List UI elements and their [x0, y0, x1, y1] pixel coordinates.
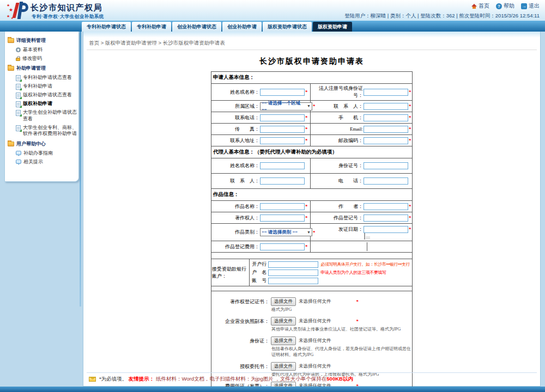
upload-label: 身份证： — [211, 338, 269, 345]
agent-phone-input[interactable] — [364, 177, 408, 185]
sidebar-item-label: 版权补助申请 — [23, 101, 52, 107]
main-area: 详细资料管理 基本资料 修改密码 补助申请管理 专利补助申请状态查看 专利补助申… — [0, 32, 545, 387]
phone-input[interactable] — [260, 114, 305, 121]
account-name-input[interactable] — [268, 270, 318, 276]
chat-icon — [16, 151, 21, 155]
upload-group-certificate: 著作权登记证书：选择文件未选择任何文件* 格式为JPG — [211, 297, 412, 313]
account-no-input[interactable] — [268, 278, 318, 284]
account-name-hint: 申请人类别为个人的这三项不要填写 — [320, 270, 386, 275]
sidebar-item-patent-apply[interactable]: 专利补助申请 — [8, 82, 77, 91]
required-mark: * — [305, 126, 308, 132]
required-mark: * — [409, 115, 411, 120]
required-mark: * — [305, 204, 308, 209]
sidebar-item-guide[interactable]: 补助办事指南 — [8, 149, 77, 158]
email-input[interactable] — [364, 126, 408, 133]
top-nav: 首页 ? 帮助 → 退出 — [471, 2, 540, 10]
main-tabs: 专利补助申请状态 专利补助申请 创业补助申请状态 创业补助申请 版权资助申请状态… — [82, 22, 352, 32]
issue-date-input[interactable] — [364, 226, 408, 233]
chat-icon — [16, 160, 21, 164]
tab-patent-apply[interactable]: 专利补助申请 — [132, 22, 171, 32]
choose-file-button[interactable]: 选择文件 — [271, 297, 296, 306]
field-label: 著作权人： — [211, 215, 259, 222]
field-label: 法人注册号或身份证号： — [311, 85, 363, 99]
section-title: 代理人基本信息： — [213, 149, 255, 155]
registration-no-input[interactable] — [364, 215, 408, 222]
breadcrumb[interactable]: 首页 > 版权申请资助申请管理 > 长沙市版权申请资助申请表 — [83, 38, 540, 49]
mobile-input[interactable] — [364, 114, 408, 121]
agent-contact-input[interactable] — [260, 177, 305, 185]
bottom-bar — [0, 387, 545, 392]
field-label: 作品名称： — [211, 203, 259, 210]
sidebar-item-student-startup-status[interactable]: 大学生创业补助申请状态查看 — [8, 108, 77, 123]
region-select[interactable]: == 请选择一个区域 ==▼ — [260, 102, 312, 111]
choose-file-button[interactable]: 选择文件 — [271, 362, 296, 371]
upload-hint: 包括著作权人身份证、代理人身份证，若无身份证请上传户籍证明或居住证明材料。格式为… — [271, 346, 412, 358]
sidebar-item-student-startup-apply[interactable]: 大学生创业专利、商标、软件著作权费用补助申请 — [8, 124, 77, 138]
required-mark: * — [305, 138, 308, 143]
author-input[interactable] — [364, 203, 408, 210]
contact-person-input[interactable] — [364, 103, 408, 110]
required-mark: * — [409, 138, 411, 143]
document-icon — [16, 125, 21, 131]
logout-link[interactable]: → 退出 — [521, 2, 540, 10]
sidebar-section-profile[interactable]: 详细资料管理 — [8, 37, 77, 44]
no-file-text: 未选择任何文件 — [299, 298, 331, 305]
sidebar-item-copyright-apply[interactable]: 版权补助申请 — [8, 100, 77, 108]
legal-id-input[interactable] — [364, 89, 408, 96]
sidebar-item-copyright-status-view[interactable]: 版权补助申请状态查看 — [8, 91, 77, 100]
content-panel: 首页 > 版权申请资助申请管理 > 长沙市版权申请资助申请表 长沙市版权申请资助… — [83, 32, 541, 387]
required-note: *为必填项。 — [99, 376, 127, 382]
sidebar-item-change-password[interactable]: 修改密码 — [8, 54, 77, 63]
sidebar-item-label: 相关提示 — [23, 159, 43, 166]
agent-name-input[interactable] — [260, 162, 305, 169]
bank-branch-label: 开户行 — [252, 261, 266, 268]
upload-hint: 格式为JPG — [271, 307, 412, 313]
account-no-label: 账 号 — [252, 277, 266, 284]
agent-id-input[interactable] — [364, 162, 408, 169]
chevron-down-icon: ▼ — [307, 230, 311, 235]
field-label: 联系电话： — [211, 114, 259, 121]
tab-startup-apply[interactable]: 创业补助申请 — [222, 22, 262, 32]
help-link[interactable]: ? 帮助 — [496, 2, 514, 10]
field-label: 身份证号： — [311, 162, 363, 169]
required-mark: * — [409, 204, 411, 209]
bank-branch-input[interactable] — [268, 261, 318, 268]
registration-fee-input[interactable] — [260, 243, 305, 250]
no-file-text: 未选择任何文件 — [299, 363, 331, 370]
tab-patent-status[interactable]: 专利补助申请状态 — [82, 22, 131, 32]
sidebar-section-help[interactable]: 用户帮助中心 — [8, 140, 77, 148]
org-title: 长沙市知识产权局 — [31, 3, 102, 13]
applicant-name-input[interactable] — [260, 89, 305, 96]
no-file-text: 未选择任何文件 — [299, 338, 331, 344]
required-mark: * — [409, 215, 411, 220]
contact-address-input[interactable] — [260, 137, 305, 144]
choose-file-button[interactable]: 选择文件 — [271, 317, 296, 326]
sidebar-item-tips[interactable]: 相关提示 — [8, 158, 77, 167]
table-row: 著作权人：* 作品登记号：* — [211, 212, 412, 224]
postcode-input[interactable] — [364, 137, 408, 144]
sidebar-section-subsidy[interactable]: 补助申请管理 — [8, 65, 77, 72]
sidebar-item-basic-info[interactable]: 基本资料 — [8, 46, 77, 54]
help-link-label: 帮助 — [504, 2, 514, 10]
tab-copyright-status[interactable]: 版权资助申请状态 — [263, 22, 312, 32]
choose-file-button[interactable]: 选择文件 — [271, 336, 296, 345]
work-category-value: == 请选择类别 == — [262, 229, 298, 236]
bank-branch-hint: 必须写明具体开户支行。如：长沙市•••银行•••支行 — [320, 261, 410, 267]
star-icon: ★ — [9, 8, 13, 12]
field-label: Email: — [311, 126, 363, 132]
field-label: 电 话： — [311, 177, 363, 185]
tab-startup-status[interactable]: 创业补助申请状态 — [172, 22, 221, 32]
sidebar-item-patent-status-view[interactable]: 专利补助申请状态查看 — [8, 74, 77, 82]
fax-input[interactable] — [260, 126, 305, 133]
region-select-value: == 请选择一个区域 == — [262, 100, 307, 112]
tab-copyright-apply[interactable]: 版权资助申请 — [313, 22, 352, 32]
login-user-info: 登陆用户：柳深晴 | 类别：个人 | 登陆次数：362 | 前次登陆时间：201… — [344, 13, 540, 20]
work-category-select[interactable]: == 请选择类别 ==▼ — [260, 228, 312, 236]
work-name-input[interactable] — [260, 203, 305, 210]
table-row: 联系人地址：* 邮政编码：* — [211, 135, 412, 146]
home-link[interactable]: 首页 — [471, 2, 489, 10]
calendar-icon[interactable] — [364, 233, 365, 240]
field-label: 发证日期： — [311, 226, 363, 233]
bank-account-row: 接受资助款银行账户： 开户行必须写明具体开户支行。如：长沙市•••银行•••支行… — [211, 259, 412, 286]
copyright-owner-input[interactable] — [260, 215, 305, 222]
